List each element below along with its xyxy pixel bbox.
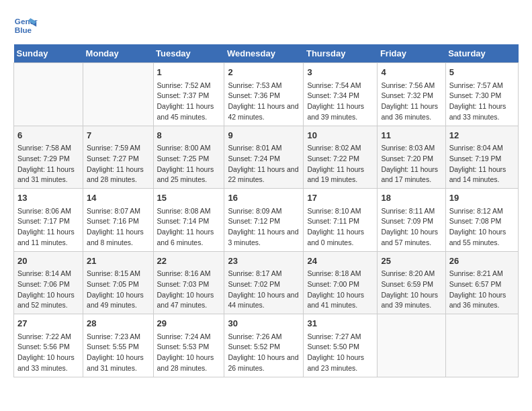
day-number: 18 — [381, 191, 441, 205]
calendar-cell — [445, 314, 518, 377]
calendar-cell: 25Sunrise: 8:20 AMSunset: 6:59 PMDayligh… — [378, 251, 445, 314]
day-number: 20 — [17, 255, 79, 268]
calendar-cell: 21Sunrise: 8:15 AMSunset: 7:05 PMDayligh… — [83, 251, 153, 314]
day-info: Sunrise: 8:06 AMSunset: 7:17 PMDaylight:… — [17, 206, 79, 248]
day-info: Sunrise: 8:03 AMSunset: 7:20 PMDaylight:… — [381, 143, 441, 185]
day-info: Sunrise: 7:53 AMSunset: 7:36 PMDaylight:… — [228, 81, 300, 123]
day-number: 1 — [157, 66, 221, 79]
calendar-cell: 18Sunrise: 8:11 AMSunset: 7:09 PMDayligh… — [378, 189, 445, 252]
column-header-tuesday: Tuesday — [153, 44, 224, 63]
day-info: Sunrise: 7:23 AMSunset: 5:55 PMDaylight:… — [87, 332, 149, 374]
day-number: 2 — [228, 66, 300, 79]
calendar-cell: 10Sunrise: 8:02 AMSunset: 7:22 PMDayligh… — [304, 126, 378, 189]
day-number: 11 — [381, 129, 441, 142]
calendar-cell: 22Sunrise: 8:16 AMSunset: 7:03 PMDayligh… — [153, 251, 224, 314]
calendar-cell: 16Sunrise: 8:09 AMSunset: 7:12 PMDayligh… — [224, 189, 304, 252]
day-number: 17 — [307, 191, 373, 205]
day-info: Sunrise: 7:27 AMSunset: 5:50 PMDaylight:… — [307, 332, 373, 374]
calendar-cell: 5Sunrise: 7:57 AMSunset: 7:30 PMDaylight… — [445, 63, 518, 126]
calendar-cell: 9Sunrise: 8:01 AMSunset: 7:24 PMDaylight… — [224, 126, 304, 189]
day-info: Sunrise: 7:56 AMSunset: 7:32 PMDaylight:… — [381, 81, 441, 123]
calendar-cell: 14Sunrise: 8:07 AMSunset: 7:16 PMDayligh… — [83, 189, 153, 252]
calendar-cell: 24Sunrise: 8:18 AMSunset: 7:00 PMDayligh… — [304, 251, 378, 314]
calendar-cell: 28Sunrise: 7:23 AMSunset: 5:55 PMDayligh… — [83, 314, 153, 377]
calendar-week-row: 6Sunrise: 7:58 AMSunset: 7:29 PMDaylight… — [14, 126, 519, 189]
day-info: Sunrise: 7:58 AMSunset: 7:29 PMDaylight:… — [17, 143, 79, 185]
day-info: Sunrise: 8:20 AMSunset: 6:59 PMDaylight:… — [381, 269, 441, 311]
day-info: Sunrise: 7:59 AMSunset: 7:27 PMDaylight:… — [87, 143, 149, 185]
calendar-cell: 13Sunrise: 8:06 AMSunset: 7:17 PMDayligh… — [14, 189, 83, 252]
day-number: 25 — [381, 255, 441, 268]
day-info: Sunrise: 8:07 AMSunset: 7:16 PMDaylight:… — [87, 206, 149, 248]
calendar-cell: 11Sunrise: 8:03 AMSunset: 7:20 PMDayligh… — [378, 126, 445, 189]
day-info: Sunrise: 8:11 AMSunset: 7:09 PMDaylight:… — [381, 206, 441, 248]
day-number: 5 — [449, 66, 515, 79]
calendar-cell: 2Sunrise: 7:53 AMSunset: 7:36 PMDaylight… — [224, 63, 304, 126]
day-number: 23 — [228, 255, 300, 268]
day-info: Sunrise: 8:00 AMSunset: 7:25 PMDaylight:… — [157, 143, 221, 185]
calendar-cell: 19Sunrise: 8:12 AMSunset: 7:08 PMDayligh… — [445, 189, 518, 252]
day-info: Sunrise: 8:10 AMSunset: 7:11 PMDaylight:… — [307, 206, 373, 248]
day-number: 13 — [17, 191, 79, 205]
day-number: 10 — [307, 129, 373, 142]
calendar-cell: 6Sunrise: 7:58 AMSunset: 7:29 PMDaylight… — [14, 126, 83, 189]
calendar-cell: 4Sunrise: 7:56 AMSunset: 7:32 PMDaylight… — [378, 63, 445, 126]
calendar-cell: 23Sunrise: 8:17 AMSunset: 7:02 PMDayligh… — [224, 251, 304, 314]
calendar-cell: 15Sunrise: 8:08 AMSunset: 7:14 PMDayligh… — [153, 189, 224, 252]
day-number: 22 — [157, 255, 221, 268]
day-number: 6 — [17, 129, 79, 142]
day-info: Sunrise: 7:22 AMSunset: 5:56 PMDaylight:… — [17, 332, 79, 374]
day-info: Sunrise: 8:16 AMSunset: 7:03 PMDaylight:… — [157, 269, 221, 311]
day-info: Sunrise: 8:17 AMSunset: 7:02 PMDaylight:… — [228, 269, 300, 311]
calendar-cell: 8Sunrise: 8:00 AMSunset: 7:25 PMDaylight… — [153, 126, 224, 189]
page-header: General Blue — [13, 13, 519, 38]
calendar-cell: 17Sunrise: 8:10 AMSunset: 7:11 PMDayligh… — [304, 189, 378, 252]
calendar-cell: 29Sunrise: 7:24 AMSunset: 5:53 PMDayligh… — [153, 314, 224, 377]
day-number: 12 — [449, 129, 515, 142]
day-info: Sunrise: 8:09 AMSunset: 7:12 PMDaylight:… — [228, 206, 300, 248]
day-info: Sunrise: 8:12 AMSunset: 7:08 PMDaylight:… — [449, 206, 515, 248]
column-header-friday: Friday — [378, 44, 445, 63]
calendar-cell — [14, 63, 83, 126]
calendar-week-row: 27Sunrise: 7:22 AMSunset: 5:56 PMDayligh… — [14, 314, 519, 377]
day-number: 14 — [87, 191, 149, 205]
calendar-week-row: 13Sunrise: 8:06 AMSunset: 7:17 PMDayligh… — [14, 189, 519, 252]
day-number: 31 — [307, 317, 373, 330]
day-number: 4 — [381, 66, 441, 79]
day-info: Sunrise: 7:57 AMSunset: 7:30 PMDaylight:… — [449, 81, 515, 123]
day-number: 29 — [157, 317, 221, 330]
day-number: 3 — [307, 66, 373, 79]
day-info: Sunrise: 7:24 AMSunset: 5:53 PMDaylight:… — [157, 332, 221, 374]
day-number: 21 — [87, 255, 149, 268]
calendar-header-row: SundayMondayTuesdayWednesdayThursdayFrid… — [14, 44, 519, 63]
column-header-thursday: Thursday — [304, 44, 378, 63]
day-number: 9 — [228, 129, 300, 142]
calendar-cell: 20Sunrise: 8:14 AMSunset: 7:06 PMDayligh… — [14, 251, 83, 314]
column-header-sunday: Sunday — [14, 44, 83, 63]
calendar-cell — [378, 314, 445, 377]
day-number: 28 — [87, 317, 149, 330]
svg-text:Blue: Blue — [15, 26, 32, 34]
logo-icon: General Blue — [13, 13, 38, 38]
day-info: Sunrise: 7:52 AMSunset: 7:37 PMDaylight:… — [157, 81, 221, 123]
calendar-cell: 31Sunrise: 7:27 AMSunset: 5:50 PMDayligh… — [304, 314, 378, 377]
day-number: 19 — [449, 191, 515, 205]
day-info: Sunrise: 7:26 AMSunset: 5:52 PMDaylight:… — [228, 332, 300, 374]
calendar-cell: 1Sunrise: 7:52 AMSunset: 7:37 PMDaylight… — [153, 63, 224, 126]
day-info: Sunrise: 8:01 AMSunset: 7:24 PMDaylight:… — [228, 143, 300, 185]
day-info: Sunrise: 8:21 AMSunset: 6:57 PMDaylight:… — [449, 269, 515, 311]
day-info: Sunrise: 8:02 AMSunset: 7:22 PMDaylight:… — [307, 143, 373, 185]
day-number: 30 — [228, 317, 300, 330]
calendar-table: SundayMondayTuesdayWednesdayThursdayFrid… — [13, 44, 519, 377]
day-number: 15 — [157, 191, 221, 205]
column-header-wednesday: Wednesday — [224, 44, 304, 63]
calendar-week-row: 1Sunrise: 7:52 AMSunset: 7:37 PMDaylight… — [14, 63, 519, 126]
day-number: 7 — [87, 129, 149, 142]
day-number: 24 — [307, 255, 373, 268]
calendar-cell: 3Sunrise: 7:54 AMSunset: 7:34 PMDaylight… — [304, 63, 378, 126]
day-number: 16 — [228, 191, 300, 205]
day-number: 8 — [157, 129, 221, 142]
day-info: Sunrise: 7:54 AMSunset: 7:34 PMDaylight:… — [307, 81, 373, 123]
column-header-saturday: Saturday — [445, 44, 518, 63]
day-info: Sunrise: 8:08 AMSunset: 7:14 PMDaylight:… — [157, 206, 221, 248]
